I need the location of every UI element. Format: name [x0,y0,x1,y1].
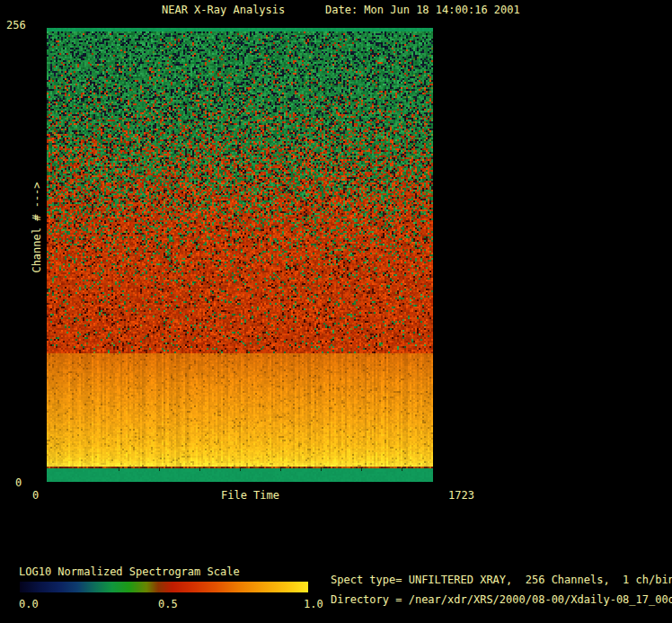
colorbar-tick-max: 1.0 [304,598,323,610]
y-axis-title: Channel # ---> [31,182,43,272]
y-axis-min-label: 0 [15,476,22,489]
x-axis-min-label: 0 [32,489,39,502]
date-label: Date: Mon Jun 18 14:00:16 2001 [325,4,520,16]
x-axis-title: File Time [221,489,279,502]
near-xray-analysis-window: NEAR X-Ray Analysis Date: Mon Jun 18 14:… [0,0,672,623]
y-axis-max-label: 256 [6,19,26,31]
colorbar-gradient [20,582,308,592]
colorbar-tick-min: 0.0 [19,598,39,610]
directory-text: Directory = /near/xdr/XRS/2000/08-00/Xda… [331,593,672,606]
spect-type-text: Spect type= UNFILTERED XRAY, 256 Channel… [331,574,672,586]
colorbar-title: LOG10 Normalized Spectrogram Scale [19,565,240,578]
spectrogram-canvas [47,28,433,482]
x-axis-max-label: 1723 [448,489,474,502]
page-title: NEAR X-Ray Analysis [162,4,285,16]
colorbar-tick-mid: 0.5 [158,598,178,610]
